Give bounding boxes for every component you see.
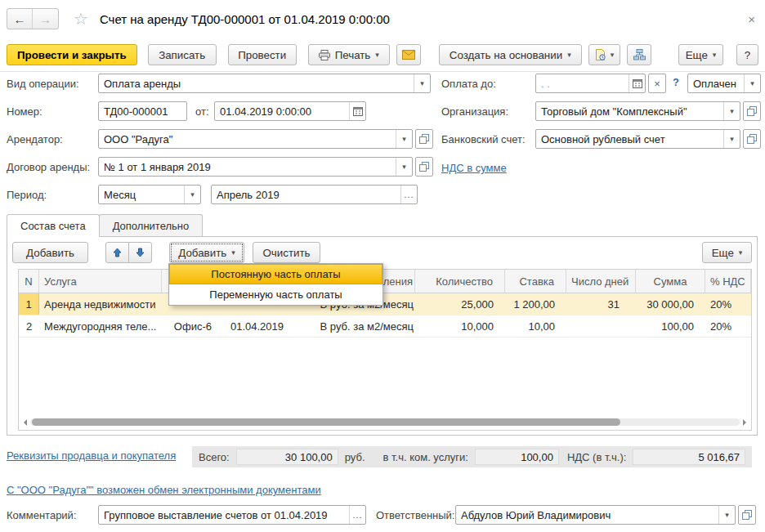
pay-until-placeholder: . . — [536, 78, 629, 90]
move-down-button[interactable] — [128, 242, 152, 263]
period-type-combobox[interactable]: Месяц ▾ — [98, 185, 201, 204]
pay-until-label: Оплата до: — [441, 74, 496, 94]
total-label: Всего: — [199, 451, 230, 463]
contract-combobox[interactable]: № 1 от 1 января 2019 ▾ — [98, 157, 413, 177]
period-picker-button[interactable]: ... — [400, 186, 417, 203]
contract-open-button[interactable] — [415, 157, 433, 177]
pay-until-clear-button[interactable]: × — [648, 74, 666, 93]
toolbar-divider — [0, 71, 765, 72]
print-button[interactable]: Печать▾ — [308, 44, 390, 65]
column-header-vat[interactable]: % НДС — [705, 270, 751, 293]
chevron-down-icon: ▾ — [611, 51, 615, 59]
menu-item-fixed-payment-part[interactable]: Постоянную часть оплаты — [169, 264, 382, 284]
vat-mode-link[interactable]: НДС в сумме — [441, 162, 507, 174]
more-label: Еще — [686, 49, 708, 61]
bank-account-combobox[interactable]: Основной рублевый счет ▾ — [535, 129, 740, 149]
pay-until-date-input[interactable]: . . — [535, 74, 646, 93]
help-button[interactable]: ? — [736, 44, 758, 65]
move-up-button[interactable] — [105, 242, 129, 263]
open-icon — [747, 106, 757, 116]
tab-invoice-composition[interactable]: Состав счета — [7, 214, 100, 237]
operation-type-combobox[interactable]: Оплата аренды ▾ — [98, 74, 431, 93]
chevron-down-icon: ▾ — [567, 51, 571, 59]
scroll-left-icon[interactable] — [20, 419, 27, 426]
column-header-rate[interactable]: Ставка — [505, 270, 566, 293]
write-button[interactable]: Записать — [148, 44, 217, 65]
chevron-down-icon[interactable]: ▾ — [723, 130, 740, 148]
forward-button[interactable]: → — [33, 9, 58, 29]
more-button[interactable]: Еще▾ — [678, 44, 723, 65]
seller-buyer-requisites-link[interactable]: Реквизиты продавца и покупателя — [7, 449, 176, 462]
tab-additional[interactable]: Дополнительно — [99, 214, 204, 236]
column-header-sum[interactable]: Сумма — [636, 270, 705, 293]
payment-help-link[interactable]: ? — [673, 76, 679, 88]
responsible-open-button[interactable] — [738, 505, 756, 525]
post-and-close-button[interactable]: Провести и закрыть — [7, 44, 137, 65]
payment-status-combobox[interactable]: Оплачен ▾ — [687, 74, 761, 93]
chevron-down-icon[interactable]: ▾ — [396, 158, 412, 176]
column-header-service[interactable]: Услуга — [39, 270, 162, 293]
column-header-days[interactable]: Число дней — [566, 270, 636, 293]
document-clock-icon — [595, 49, 606, 60]
period-value-input[interactable]: Апрель 2019 ... — [211, 185, 418, 204]
add-row-button[interactable]: Добавить — [12, 242, 88, 263]
organization-value: Торговый дом "Комплексный" — [536, 105, 723, 118]
organization-combobox[interactable]: Торговый дом "Комплексный" ▾ — [535, 101, 740, 121]
chevron-down-icon[interactable]: ▾ — [396, 130, 412, 148]
chevron-down-icon[interactable]: ▾ — [184, 186, 200, 203]
operation-type-value: Оплата аренды — [99, 78, 414, 90]
column-header-n[interactable]: N — [19, 270, 39, 293]
menu-item-variable-payment-part[interactable]: Переменную часть оплаты — [169, 284, 382, 305]
horizontal-scrollbar[interactable] — [20, 417, 749, 427]
chevron-down-icon[interactable]: ▾ — [718, 506, 735, 524]
clear-rows-button[interactable]: Очистить — [253, 242, 320, 263]
comment-expand-button[interactable]: ... — [349, 506, 365, 524]
bank-account-value: Основной рублевый счет — [536, 133, 723, 145]
chevron-down-icon: ▾ — [231, 248, 235, 257]
period-label: Период: — [7, 185, 47, 205]
tenant-value: ООО "Радуга" — [99, 133, 396, 145]
comment-value: Групповое выставление счетов от 01.04.20… — [99, 509, 349, 521]
related-documents-button[interactable] — [627, 44, 651, 65]
clear-x-icon: × — [654, 78, 660, 90]
document-date-input[interactable]: 01.04.2019 0:00:00 — [214, 101, 366, 121]
back-icon: ← — [14, 12, 26, 26]
tenant-label: Арендатор: — [7, 129, 63, 150]
document-journal-button[interactable]: ▾ — [588, 44, 621, 65]
post-button[interactable]: Провести — [228, 44, 297, 65]
tenant-combobox[interactable]: ООО "Радуга" ▾ — [98, 129, 413, 149]
add-payment-part-dropdown-button[interactable]: Добавить▾ — [169, 242, 244, 263]
open-icon — [419, 162, 429, 172]
scrollbar-thumb[interactable] — [32, 418, 620, 426]
close-icon[interactable]: × — [745, 12, 758, 26]
calendar-icon[interactable] — [349, 102, 365, 120]
list-toolbar: Добавить Добавить▾ Очистить Еще▾ — [12, 242, 752, 263]
calendar-icon[interactable] — [629, 74, 645, 92]
chevron-down-icon[interactable]: ▾ — [744, 74, 760, 92]
bank-account-open-button[interactable] — [743, 129, 761, 149]
column-header-quantity[interactable]: Количество — [415, 270, 505, 293]
edo-exchange-link[interactable]: С "ООО "Радуга"" возможен обмен электрон… — [7, 484, 321, 496]
scroll-right-icon[interactable] — [743, 419, 749, 426]
comment-label: Комментарий: — [7, 505, 77, 525]
table-row[interactable]: 2 Междугородняя теле... Офис-6 01.04.201… — [19, 315, 751, 338]
chevron-down-icon[interactable]: ▾ — [723, 102, 740, 120]
comment-input[interactable]: Групповое выставление счетов от 01.04.20… — [98, 505, 366, 525]
favorite-star-icon[interactable]: ☆ — [74, 9, 88, 29]
table-row[interactable]: 1 Аренда недвижимости В руб. за м2/месяц… — [19, 293, 751, 315]
number-input[interactable]: ТД00-000001 — [98, 101, 187, 121]
printer-icon — [319, 50, 330, 60]
document-date-value: 01.04.2019 0:00:00 — [215, 105, 349, 118]
create-based-on-button[interactable]: Создать на основании▾ — [439, 44, 582, 65]
list-more-button[interactable]: Еще▾ — [702, 242, 752, 263]
create-based-on-label: Создать на основании — [450, 49, 562, 61]
scrollbar-track[interactable] — [30, 418, 740, 426]
organization-open-button[interactable] — [743, 101, 761, 121]
cell-vat: 20% — [705, 315, 751, 337]
tenant-open-button[interactable] — [415, 129, 433, 149]
chevron-down-icon[interactable]: ▾ — [414, 74, 430, 92]
back-button[interactable]: ← — [7, 9, 33, 29]
responsible-combobox[interactable]: Абдулов Юрий Владимирович ▾ — [455, 505, 736, 525]
email-button[interactable] — [396, 44, 421, 65]
open-icon — [747, 134, 757, 144]
